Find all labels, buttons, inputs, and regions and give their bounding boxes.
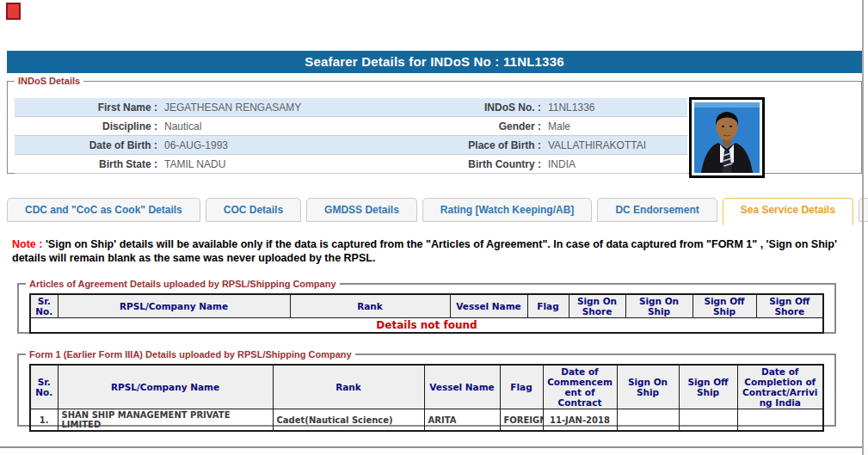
field-value: TAMIL NADU bbox=[163, 158, 417, 170]
col-header-vessel-name: Vessel Name bbox=[450, 294, 527, 318]
form1-details-legend: Form 1 (Earlier Form IIIA) Details uploa… bbox=[26, 349, 355, 360]
col-header-sign-off-ship: Sign Off Ship bbox=[679, 365, 737, 409]
cell-sign-on-ship bbox=[617, 409, 679, 432]
table-empty-row: Details not found bbox=[30, 318, 823, 333]
cell-company-name: SHAN SHIP MANAGEMENT PRIVATE LIMITED bbox=[58, 409, 273, 432]
field-value: 11NL1336 bbox=[546, 101, 687, 114]
field-value: 06-AUG-1993 bbox=[163, 139, 417, 151]
tab-cdc-coc-as-cook-details[interactable]: CDC and "CoC as Cook" Details bbox=[7, 198, 200, 222]
field-label: Birth Country : bbox=[417, 158, 546, 170]
col-header-sr-no: Sr. No. bbox=[30, 365, 58, 409]
field-label: INDoS No. : bbox=[417, 101, 546, 114]
cell-sign-off-ship bbox=[679, 409, 737, 432]
note-prefix: Note : bbox=[12, 238, 42, 250]
table-header-row: Sr. No. RPSL/Company Name Rank Vessel Na… bbox=[30, 365, 823, 409]
field-value: Nautical bbox=[163, 120, 417, 132]
cell-rank: Cadet(Nautical Science) bbox=[273, 409, 424, 432]
col-header-sign-on-shore: Sign On Shore bbox=[569, 294, 625, 318]
cell-completion-date bbox=[737, 409, 823, 432]
cell-sr-no: 1. bbox=[30, 409, 58, 432]
field-value: JEGATHESAN RENGASAMY bbox=[163, 101, 417, 114]
col-header-rpsl-company: RPSL/Company Name bbox=[58, 365, 273, 409]
tab-dc-endorsement[interactable]: DC Endorsement bbox=[597, 198, 717, 222]
indos-details-grid: First Name : JEGATHESAN RENGASAMY INDoS … bbox=[15, 98, 687, 174]
tab-sea-service-details[interactable]: Sea Service Details bbox=[723, 198, 853, 225]
note-text: 'Sign on Ship' details will be available… bbox=[12, 238, 837, 264]
form1-details-table: Sr. No. RPSL/Company Name Rank Vessel Na… bbox=[29, 364, 824, 432]
details-not-found-message: Details not found bbox=[30, 318, 823, 333]
table-header-row: Sr. No. RPSL/Company Name Rank Vessel Na… bbox=[30, 294, 823, 318]
cell-vessel-name: ARITA bbox=[424, 409, 500, 432]
broken-image-placeholder-icon bbox=[6, 3, 21, 20]
field-label: First Name : bbox=[15, 101, 163, 114]
frame-right-border bbox=[862, 0, 864, 455]
indos-row-name: First Name : JEGATHESAN RENGASAMY INDoS … bbox=[15, 98, 687, 117]
table-row: 1. SHAN SHIP MANAGEMENT PRIVATE LIMITED … bbox=[30, 409, 823, 432]
seafarer-photo bbox=[689, 97, 765, 178]
seafarer-details-page: Seafarer Details for INDoS No : 11NL1336… bbox=[0, 0, 868, 455]
form1-details-fieldset: Form 1 (Earlier Form IIIA) Details uploa… bbox=[17, 349, 836, 427]
field-label: Date of Birth : bbox=[15, 139, 163, 151]
field-value: INDIA bbox=[546, 158, 687, 170]
col-header-flag: Flag bbox=[527, 294, 569, 318]
indos-row-discipline: Discipline : Nautical Gender : Male bbox=[15, 117, 687, 136]
bottom-padding bbox=[0, 448, 868, 455]
articles-of-agreement-table: Sr. No. RPSL/Company Name Rank Vessel Na… bbox=[29, 293, 824, 334]
col-header-sr-no: Sr. No. bbox=[30, 294, 58, 318]
col-header-completion-date: Date of Completion of Contract/Arriving … bbox=[737, 365, 823, 409]
col-header-sign-on-ship: Sign On Ship bbox=[617, 365, 679, 409]
col-header-vessel-name: Vessel Name bbox=[424, 365, 500, 409]
col-header-sign-off-shore: Sign Off Shore bbox=[756, 294, 823, 318]
col-header-sign-on-ship: Sign On Ship bbox=[625, 294, 693, 318]
field-label: Birth State : bbox=[15, 158, 163, 170]
field-label: Place of Birth : bbox=[417, 139, 546, 151]
col-header-flag: Flag bbox=[500, 365, 543, 409]
col-header-rank: Rank bbox=[273, 365, 424, 409]
field-label: Gender : bbox=[417, 120, 546, 132]
articles-of-agreement-fieldset: Articles of Agreement Details uploaded b… bbox=[17, 279, 836, 334]
page-title: Seafarer Details for INDoS No : 11NL1336 bbox=[7, 51, 862, 73]
frame-bottom-border bbox=[0, 446, 864, 448]
indos-details-legend: INDoS Details bbox=[15, 76, 83, 86]
cell-flag: FOREIGN bbox=[500, 409, 543, 432]
field-value: Male bbox=[546, 120, 687, 132]
articles-of-agreement-legend: Articles of Agreement Details uploaded b… bbox=[26, 279, 340, 289]
cell-commencement-date: 11-JAN-2018 bbox=[543, 409, 617, 432]
col-header-rpsl-company: RPSL/Company Name bbox=[58, 294, 290, 318]
col-header-rank: Rank bbox=[290, 294, 450, 318]
field-label: Discipline : bbox=[15, 120, 163, 132]
indos-row-birthdate: Date of Birth : 06-AUG-1993 Place of Bir… bbox=[15, 136, 687, 155]
detail-tabs: CDC and "CoC as Cook" Details COC Detail… bbox=[7, 198, 859, 225]
sign-on-ship-note: Note : 'Sign on Ship' details will be av… bbox=[12, 237, 853, 265]
indos-row-birthstate: Birth State : TAMIL NADU Birth Country :… bbox=[15, 155, 687, 174]
tab-coc-details[interactable]: COC Details bbox=[206, 198, 301, 222]
col-header-commencement-date: Date of Commencement of Contract bbox=[543, 365, 617, 409]
tab-rating-watch-keeping-ab[interactable]: Rating [Watch Keeping/AB] bbox=[422, 198, 593, 222]
col-header-sign-off-ship: Sign Off Ship bbox=[693, 294, 756, 318]
field-value: VALLATHIRAKOTTAI bbox=[546, 139, 687, 151]
indos-details-fieldset: INDoS Details First Name : JEGATHESAN RE… bbox=[7, 76, 862, 174]
tab-gmdss-details[interactable]: GMDSS Details bbox=[306, 198, 417, 222]
